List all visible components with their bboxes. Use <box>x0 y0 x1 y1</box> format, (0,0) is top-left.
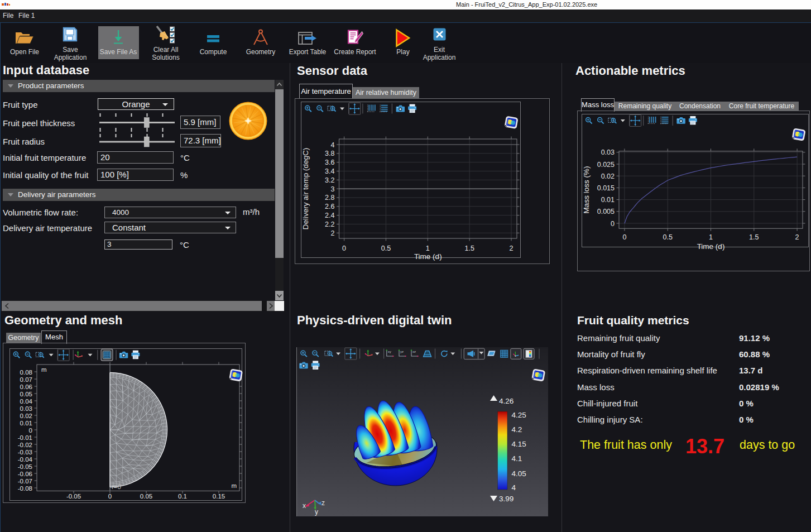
svg-text:4: 4 <box>511 483 516 492</box>
svg-text:4: 4 <box>331 141 335 149</box>
svg-text:Mass loss (%): Mass loss (%) <box>582 166 591 213</box>
svg-text:0: 0 <box>29 427 32 434</box>
svg-text:2: 2 <box>795 233 799 241</box>
svg-text:2.8: 2.8 <box>325 194 334 202</box>
svg-text:2: 2 <box>331 229 335 237</box>
svg-text:0.02: 0.02 <box>601 172 615 180</box>
svg-text:0.15: 0.15 <box>213 493 225 500</box>
svg-text:0.05: 0.05 <box>140 493 152 500</box>
svg-text:2.2: 2.2 <box>325 221 334 228</box>
svg-text:-0.04: -0.04 <box>18 456 33 463</box>
svg-text:m: m <box>41 366 47 373</box>
svg-text:1: 1 <box>426 245 430 252</box>
svg-text:2: 2 <box>510 245 514 252</box>
svg-text:0.08: 0.08 <box>20 369 32 376</box>
svg-text:4.2: 4.2 <box>511 425 522 433</box>
svg-text:0.01: 0.01 <box>601 196 615 204</box>
svg-text:r=0: r=0 <box>112 483 121 490</box>
svg-text:0.01: 0.01 <box>20 420 32 426</box>
svg-text:z: z <box>321 499 325 507</box>
svg-text:-0.05: -0.05 <box>18 463 32 470</box>
svg-text:0.5: 0.5 <box>663 233 673 241</box>
svg-text:0: 0 <box>611 219 615 227</box>
svg-text:0.07: 0.07 <box>20 376 32 383</box>
svg-text:-0.03: -0.03 <box>18 449 32 456</box>
svg-text:3.99: 3.99 <box>499 495 514 503</box>
svg-text:0: 0 <box>622 233 626 241</box>
svg-text:Delivery air temp (degC): Delivery air temp (degC) <box>301 148 310 229</box>
svg-text:-0.06: -0.06 <box>18 471 32 477</box>
svg-text:0: 0 <box>108 493 112 500</box>
svg-text:Time (d): Time (d) <box>697 242 725 251</box>
svg-text:0.005: 0.005 <box>597 208 615 215</box>
svg-text:-0.08: -0.08 <box>18 485 32 492</box>
svg-text:0.04: 0.04 <box>20 398 33 405</box>
svg-text:xz: xz <box>412 350 416 353</box>
svg-text:3.4: 3.4 <box>325 167 334 175</box>
svg-text:0.03: 0.03 <box>601 148 615 156</box>
svg-text:0.015: 0.015 <box>597 184 615 191</box>
svg-text:-0.07: -0.07 <box>18 478 32 485</box>
svg-text:1: 1 <box>709 233 713 241</box>
svg-text:1.5: 1.5 <box>749 233 759 241</box>
svg-text:0.02: 0.02 <box>20 413 32 419</box>
svg-text:2.4: 2.4 <box>325 212 334 219</box>
svg-text:0.05: 0.05 <box>20 391 32 397</box>
svg-text:4.1: 4.1 <box>511 454 522 463</box>
svg-text:4.26: 4.26 <box>499 397 514 405</box>
svg-text:4.15: 4.15 <box>511 440 526 448</box>
svg-text:4.05: 4.05 <box>511 469 526 477</box>
svg-text:1.5: 1.5 <box>464 245 474 252</box>
svg-text:2.6: 2.6 <box>325 203 334 210</box>
svg-text:4.25: 4.25 <box>511 410 526 419</box>
svg-text:-0.02: -0.02 <box>18 442 32 448</box>
svg-text:yz: yz <box>400 350 404 353</box>
svg-text:3.8: 3.8 <box>325 150 334 157</box>
svg-text:0.1: 0.1 <box>178 493 187 500</box>
svg-text:3.2: 3.2 <box>325 176 334 184</box>
svg-text:y: y <box>315 508 318 516</box>
svg-text:m: m <box>231 482 237 489</box>
svg-text:0.06: 0.06 <box>20 384 32 390</box>
svg-text:0.5: 0.5 <box>381 245 391 252</box>
svg-text:Time (d): Time (d) <box>414 252 442 261</box>
svg-text:-0.05: -0.05 <box>66 493 81 500</box>
svg-text:0: 0 <box>342 245 346 252</box>
svg-text:3.6: 3.6 <box>325 159 334 166</box>
svg-text:0.025: 0.025 <box>597 160 615 168</box>
svg-text:xy: xy <box>387 350 391 353</box>
svg-text:-0.01: -0.01 <box>18 434 32 441</box>
svg-text:0.03: 0.03 <box>20 405 32 412</box>
svg-text:x: x <box>303 502 306 510</box>
svg-text:3: 3 <box>331 185 335 193</box>
